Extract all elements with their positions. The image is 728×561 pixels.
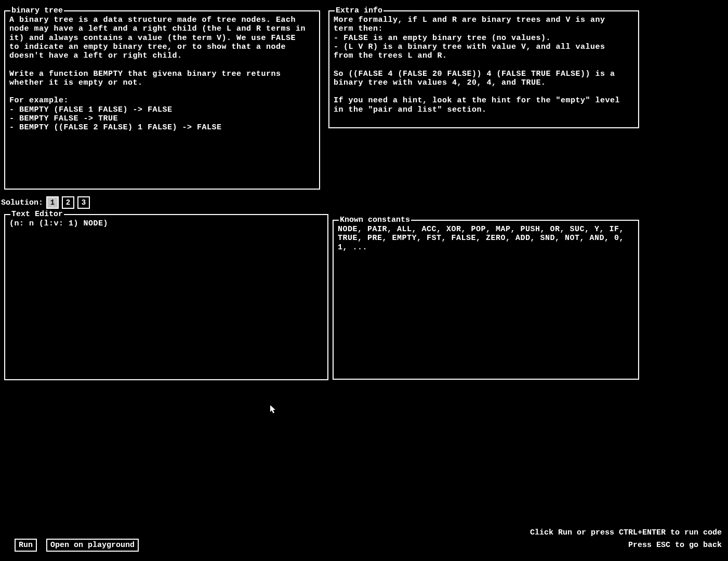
solution-tab-1[interactable]: 1 [46,196,59,209]
mouse-cursor-icon [270,405,276,415]
extra-info-body: More formally, if L and R are binary tre… [329,11,638,118]
solution-label: Solution: [1,198,43,207]
run-hint: Click Run or press CTRL+ENTER to run cod… [530,527,722,539]
text-editor-input[interactable] [5,215,327,379]
extra-info-panel: Extra info More formally, if L and R are… [328,10,639,128]
known-constants-panel: Known constants NODE, PAIR, ALL, ACC, XO… [333,220,639,380]
footer-buttons: Run Open on playground [15,539,139,552]
solution-tabs-row: Solution: 1 2 3 [1,196,90,209]
run-button[interactable]: Run [15,539,37,552]
problem-body: A binary tree is a data structure made o… [5,11,319,136]
footer: Run Open on playground Click Run or pres… [15,527,722,552]
footer-hints: Click Run or press CTRL+ENTER to run cod… [530,527,722,552]
open-playground-button[interactable]: Open on playground [46,539,139,552]
problem-panel: binary tree A binary tree is a data stru… [4,10,320,190]
known-constants-body: NODE, PAIR, ALL, ACC, XOR, POP, MAP, PUS… [334,221,638,256]
solution-tab-3[interactable]: 3 [77,196,90,209]
extra-info-title: Extra info [335,6,383,15]
problem-title: binary tree [10,6,64,15]
text-editor-panel: Text Editor [4,214,328,380]
known-constants-title: Known constants [339,216,411,224]
back-hint: Press ESC to go back [530,539,722,552]
text-editor-title: Text Editor [10,210,64,219]
solution-tab-2[interactable]: 2 [62,196,74,209]
